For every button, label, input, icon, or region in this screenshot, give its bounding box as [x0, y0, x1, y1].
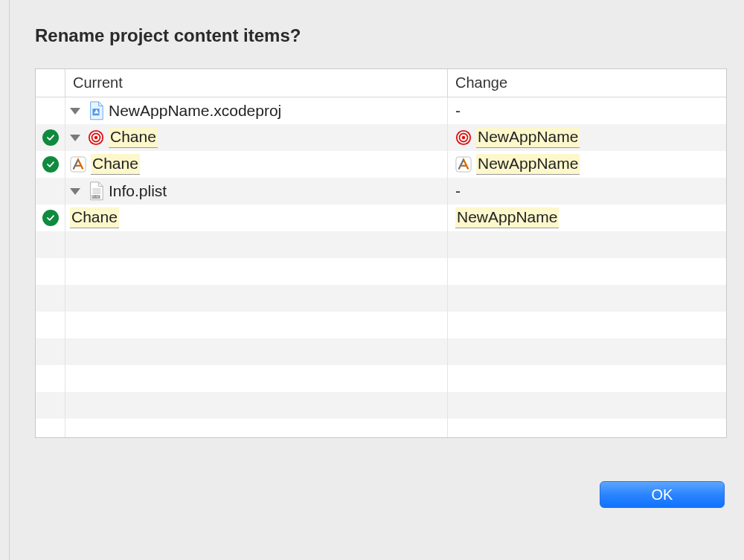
check-cell: [36, 312, 65, 338]
change-cell: [448, 338, 726, 365]
app-icon: [70, 155, 86, 173]
svg-point-6: [462, 136, 466, 140]
current-cell: [65, 258, 448, 285]
check-cell: [36, 231, 65, 258]
check-cell: [36, 419, 65, 437]
disclosure-triangle-icon[interactable]: [70, 135, 80, 141]
app-icon: [455, 155, 472, 173]
change-cell[interactable]: -: [448, 97, 726, 124]
current-cell[interactable]: Chane: [65, 151, 448, 178]
change-cell: [448, 231, 726, 258]
plist-icon: PLIST: [88, 182, 104, 200]
table-row: [36, 258, 726, 285]
change-cell[interactable]: -: [448, 178, 726, 205]
check-cell[interactable]: [36, 97, 65, 124]
change-cell[interactable]: NewAppName: [448, 205, 726, 231]
rename-table: Current Change NewAppName.xcodeproj-Chan…: [35, 68, 727, 438]
table-row: [36, 338, 726, 365]
table-row: [36, 285, 726, 312]
current-cell[interactable]: Chane: [65, 124, 448, 151]
current-cell: [65, 312, 448, 338]
current-cell: [65, 231, 448, 258]
column-header-change[interactable]: Change: [448, 69, 726, 97]
ok-button[interactable]: OK: [600, 481, 725, 508]
rename-dialog-sheet: Rename project content items? Current Ch…: [9, 0, 744, 560]
change-label: -: [455, 102, 461, 120]
table-body: NewAppName.xcodeproj-ChaneNewAppNameChan…: [36, 97, 726, 437]
current-cell: [65, 338, 448, 365]
current-cell[interactable]: Chane: [65, 205, 448, 231]
current-cell: [65, 419, 448, 437]
table-row: [36, 312, 726, 338]
current-label: NewAppName.xcodeproj: [109, 102, 281, 120]
current-label: Chane: [70, 207, 119, 228]
current-cell[interactable]: NewAppName.xcodeproj: [65, 97, 448, 124]
change-cell: [448, 392, 726, 419]
table-row: [36, 392, 726, 419]
dialog-footer: OK: [35, 481, 725, 508]
table-row[interactable]: PLISTInfo.plist-: [36, 178, 726, 205]
check-cell: [36, 365, 65, 392]
xcodeproj-icon: [88, 102, 104, 120]
current-cell[interactable]: PLISTInfo.plist: [65, 178, 448, 205]
change-label: NewAppName: [455, 207, 559, 228]
column-header-check[interactable]: [36, 69, 65, 97]
check-cell: [36, 285, 65, 312]
change-cell[interactable]: NewAppName: [448, 124, 726, 151]
column-header-current[interactable]: Current: [65, 69, 448, 97]
change-cell: [448, 312, 726, 338]
disclosure-triangle-icon[interactable]: [70, 188, 80, 195]
check-cell: [36, 392, 65, 419]
change-label: -: [455, 182, 461, 200]
check-cell[interactable]: [36, 178, 65, 205]
check-cell: [36, 258, 65, 285]
target-icon: [455, 129, 472, 147]
current-cell: [65, 392, 448, 419]
change-cell: [448, 258, 726, 285]
change-cell: [448, 365, 726, 392]
current-label: Chane: [91, 154, 140, 174]
change-label: NewAppName: [476, 154, 580, 174]
check-icon: [42, 129, 59, 146]
table-row: [36, 231, 726, 258]
table-row[interactable]: ChaneNewAppName: [36, 151, 726, 178]
current-cell: [65, 365, 448, 392]
check-cell[interactable]: [36, 205, 65, 231]
check-cell: [36, 338, 65, 365]
current-label: Info.plist: [109, 182, 167, 200]
current-cell: [65, 285, 448, 312]
dialog-title: Rename project content items?: [35, 25, 725, 46]
table-row[interactable]: NewAppName.xcodeproj-: [36, 97, 726, 124]
check-icon: [42, 210, 59, 226]
table-row[interactable]: ChaneNewAppName: [36, 205, 726, 231]
change-cell[interactable]: NewAppName: [448, 151, 726, 178]
table-row[interactable]: ChaneNewAppName: [36, 124, 726, 151]
check-icon: [42, 156, 59, 173]
table-row: [36, 419, 726, 437]
disclosure-triangle-icon[interactable]: [70, 108, 80, 115]
current-label: Chane: [109, 127, 158, 147]
table-row: [36, 365, 726, 392]
check-cell[interactable]: [36, 151, 65, 178]
change-cell: [448, 419, 726, 437]
check-cell[interactable]: [36, 124, 65, 151]
svg-text:PLIST: PLIST: [92, 196, 100, 199]
change-cell: [448, 285, 726, 312]
target-icon: [88, 129, 104, 147]
change-label: NewAppName: [476, 127, 580, 147]
table-header: Current Change: [36, 69, 726, 97]
svg-point-3: [94, 136, 98, 140]
